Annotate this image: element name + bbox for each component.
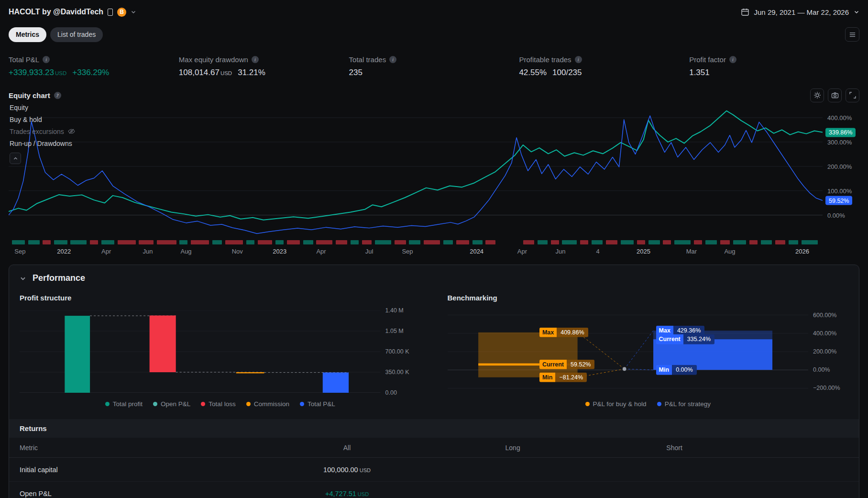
profit-structure-canvas[interactable] bbox=[20, 310, 381, 393]
legend-item-open-p-l[interactable]: Open P&L bbox=[153, 400, 190, 408]
trade-band bbox=[139, 240, 154, 244]
x-axis-label: Apr bbox=[101, 248, 111, 255]
info-icon[interactable]: i bbox=[43, 56, 50, 63]
trade-band bbox=[212, 240, 222, 244]
metric-label: Total tradesi bbox=[349, 55, 519, 64]
fullscreen-expand-button[interactable] bbox=[846, 89, 859, 102]
y-axis-label: 350.00 K bbox=[385, 369, 409, 376]
value-badge-buy-hold: 59.52% bbox=[825, 196, 852, 205]
equity-y-axis[interactable]: 400.00%300.00%200.00%100.00%0.00%339.86%… bbox=[823, 104, 868, 238]
metric-label: Profitable tradesi bbox=[519, 55, 689, 64]
buy-hold-line bbox=[9, 116, 823, 233]
equity-chart-canvas[interactable]: EquityBuy & holdTrades excursionsRun-up … bbox=[9, 104, 823, 238]
eye-off-icon[interactable] bbox=[68, 128, 75, 135]
trade-band bbox=[258, 240, 273, 244]
legend-label: Total P&L bbox=[308, 400, 335, 408]
legend-dot bbox=[585, 402, 590, 406]
chart-settings-button[interactable] bbox=[810, 89, 824, 102]
legend-dot bbox=[657, 402, 661, 406]
legend-dot bbox=[105, 402, 110, 406]
legend-item-p-l-for-buy-hold[interactable]: P&L for buy & hold bbox=[585, 400, 647, 408]
trade-band bbox=[472, 240, 482, 244]
legend-collapse-button[interactable] bbox=[10, 153, 21, 164]
legend-label: Run-up / Drawdowns bbox=[10, 140, 72, 147]
trade-band bbox=[562, 240, 577, 244]
axis-spacer bbox=[823, 244, 868, 257]
strategy-tester-report: HACOLT by @DaviddTech B Jun 29, 2021 — M… bbox=[0, 0, 868, 498]
chip-key: Min bbox=[656, 365, 672, 375]
legend-item-buy-hold[interactable]: Buy & hold bbox=[10, 113, 75, 125]
legend-label: Equity bbox=[10, 104, 28, 111]
equity-x-axis[interactable]: Sep2022AprJunAugNov2023AprJulSep2024AprJ… bbox=[9, 244, 823, 257]
metric-label-text: Max equity drawdown bbox=[179, 55, 248, 64]
legend-item-equity[interactable]: Equity bbox=[10, 101, 75, 113]
legend-dot bbox=[300, 402, 304, 406]
metric-label: Total P&Li bbox=[9, 55, 179, 64]
tab-list-of-trades[interactable]: List of trades bbox=[50, 27, 103, 42]
y-axis-label: 1.05 M bbox=[385, 328, 404, 334]
tab-metrics[interactable]: Metrics bbox=[9, 27, 46, 42]
info-icon[interactable]: i bbox=[389, 56, 396, 63]
trade-band bbox=[118, 240, 135, 244]
performance-header[interactable]: Performance bbox=[9, 265, 859, 290]
returns-metric-label: Initial capital bbox=[20, 466, 252, 474]
returns-title: Returns bbox=[9, 419, 859, 438]
trade-band bbox=[621, 240, 634, 244]
x-axis-label: 2025 bbox=[637, 248, 650, 255]
x-axis-label: Mar bbox=[686, 248, 697, 255]
returns-all-value: 100,000.00USD bbox=[252, 466, 442, 474]
chip-value: 0.00% bbox=[672, 365, 696, 375]
trade-band bbox=[70, 240, 87, 244]
equity-chart-legend: EquityBuy & holdTrades excursionsRun-up … bbox=[10, 101, 75, 149]
legend-item-total-p-l[interactable]: Total P&L bbox=[300, 400, 335, 408]
trade-band bbox=[538, 240, 547, 244]
equity-chart-svg bbox=[9, 104, 823, 238]
trade-band bbox=[375, 240, 391, 244]
info-icon[interactable]: i bbox=[252, 56, 259, 63]
bar-total-p-l bbox=[323, 373, 349, 393]
legend-item-total-loss[interactable]: Total loss bbox=[201, 400, 235, 408]
returns-value: 100,000.00 bbox=[323, 466, 358, 474]
benchmarking-canvas[interactable]: Max409.86%Current59.52%Min−81.24%Max429.… bbox=[448, 310, 809, 393]
profit-structure-svg bbox=[20, 310, 381, 393]
report-tabs: MetricsList of trades bbox=[9, 27, 103, 42]
legend-item-p-l-for-strategy[interactable]: P&L for strategy bbox=[657, 400, 711, 408]
chip-key: Min bbox=[539, 372, 556, 382]
legend-item-trades-excursions[interactable]: Trades excursions bbox=[10, 125, 75, 137]
help-icon[interactable]: ? bbox=[54, 92, 61, 99]
snapshot-camera-button[interactable] bbox=[828, 89, 842, 102]
legend-item-run-up-drawdowns[interactable]: Run-up / Drawdowns bbox=[10, 137, 75, 149]
trade-band bbox=[637, 240, 645, 244]
strategy-title-menu[interactable]: HACOLT by @DaviddTech B bbox=[9, 8, 136, 17]
metric-main-value: 42.55% bbox=[519, 68, 547, 77]
y-axis-label: 700.00 K bbox=[385, 348, 409, 355]
p-l-for-buy-hold-min-chip: Min−81.24% bbox=[539, 372, 587, 382]
x-axis-label: Aug bbox=[724, 248, 735, 255]
p-l-for-buy-hold-current-chip: Current59.52% bbox=[539, 360, 595, 370]
topbar: HACOLT by @DaviddTech B Jun 29, 2021 — M… bbox=[0, 0, 868, 24]
chip-value: 409.86% bbox=[557, 328, 588, 338]
chip-value: 335.24% bbox=[683, 334, 714, 344]
equity-line bbox=[9, 111, 823, 220]
metric-value: 1.351 bbox=[689, 68, 859, 77]
y-axis-label: 0.00% bbox=[813, 366, 830, 373]
trade-band bbox=[674, 240, 691, 244]
trade-band bbox=[485, 240, 495, 244]
info-icon[interactable]: i bbox=[575, 56, 582, 63]
date-range-picker[interactable]: Jun 29, 2021 — Mar 22, 2026 bbox=[741, 8, 859, 16]
trade-band bbox=[246, 240, 254, 244]
info-icon[interactable]: i bbox=[729, 56, 736, 63]
returns-currency: USD bbox=[358, 491, 369, 497]
y-axis-label: 200.00% bbox=[813, 348, 836, 355]
performance-panel: Performance Profit structure 1.40 M1.05 … bbox=[9, 265, 859, 498]
trade-band bbox=[336, 240, 347, 244]
legend-item-total-profit[interactable]: Total profit bbox=[105, 400, 143, 408]
trade-band bbox=[303, 240, 313, 244]
legend-item-commission[interactable]: Commission bbox=[246, 400, 289, 408]
x-axis-label: 2024 bbox=[470, 248, 483, 255]
legend-label: Commission bbox=[254, 400, 289, 408]
returns-currency: USD bbox=[360, 467, 371, 473]
trade-band bbox=[316, 240, 332, 244]
report-layout-button[interactable] bbox=[845, 27, 859, 42]
metric-value: 108,014.67USD31.21% bbox=[179, 68, 349, 77]
